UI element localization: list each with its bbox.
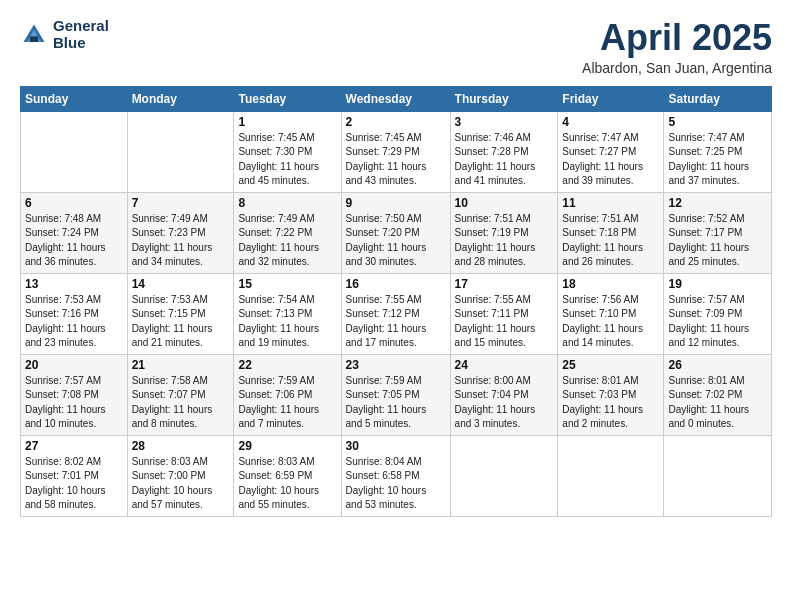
day-info: Sunrise: 7:49 AM Sunset: 7:23 PM Dayligh… — [132, 212, 230, 270]
calendar-cell: 23Sunrise: 7:59 AM Sunset: 7:05 PM Dayli… — [341, 354, 450, 435]
calendar-cell: 13Sunrise: 7:53 AM Sunset: 7:16 PM Dayli… — [21, 273, 128, 354]
location: Albardon, San Juan, Argentina — [582, 60, 772, 76]
day-info: Sunrise: 7:49 AM Sunset: 7:22 PM Dayligh… — [238, 212, 336, 270]
calendar: SundayMondayTuesdayWednesdayThursdayFrid… — [20, 86, 772, 517]
day-number: 21 — [132, 358, 230, 372]
calendar-header-monday: Monday — [127, 86, 234, 111]
day-info: Sunrise: 7:56 AM Sunset: 7:10 PM Dayligh… — [562, 293, 659, 351]
calendar-cell: 10Sunrise: 7:51 AM Sunset: 7:19 PM Dayli… — [450, 192, 558, 273]
day-number: 13 — [25, 277, 123, 291]
calendar-cell: 1Sunrise: 7:45 AM Sunset: 7:30 PM Daylig… — [234, 111, 341, 192]
day-number: 4 — [562, 115, 659, 129]
calendar-header-sunday: Sunday — [21, 86, 128, 111]
day-info: Sunrise: 7:51 AM Sunset: 7:19 PM Dayligh… — [455, 212, 554, 270]
day-info: Sunrise: 7:51 AM Sunset: 7:18 PM Dayligh… — [562, 212, 659, 270]
logo-text: General Blue — [53, 18, 109, 51]
calendar-cell: 17Sunrise: 7:55 AM Sunset: 7:11 PM Dayli… — [450, 273, 558, 354]
calendar-cell: 19Sunrise: 7:57 AM Sunset: 7:09 PM Dayli… — [664, 273, 772, 354]
day-number: 2 — [346, 115, 446, 129]
day-number: 23 — [346, 358, 446, 372]
day-number: 10 — [455, 196, 554, 210]
calendar-cell: 7Sunrise: 7:49 AM Sunset: 7:23 PM Daylig… — [127, 192, 234, 273]
header: General Blue April 2025 Albardon, San Ju… — [20, 18, 772, 76]
day-info: Sunrise: 7:45 AM Sunset: 7:29 PM Dayligh… — [346, 131, 446, 189]
calendar-header-thursday: Thursday — [450, 86, 558, 111]
day-info: Sunrise: 8:02 AM Sunset: 7:01 PM Dayligh… — [25, 455, 123, 513]
day-info: Sunrise: 7:47 AM Sunset: 7:27 PM Dayligh… — [562, 131, 659, 189]
calendar-cell: 9Sunrise: 7:50 AM Sunset: 7:20 PM Daylig… — [341, 192, 450, 273]
day-number: 29 — [238, 439, 336, 453]
calendar-cell: 27Sunrise: 8:02 AM Sunset: 7:01 PM Dayli… — [21, 435, 128, 516]
day-info: Sunrise: 7:48 AM Sunset: 7:24 PM Dayligh… — [25, 212, 123, 270]
calendar-cell: 30Sunrise: 8:04 AM Sunset: 6:58 PM Dayli… — [341, 435, 450, 516]
calendar-cell: 29Sunrise: 8:03 AM Sunset: 6:59 PM Dayli… — [234, 435, 341, 516]
day-info: Sunrise: 8:01 AM Sunset: 7:03 PM Dayligh… — [562, 374, 659, 432]
day-number: 15 — [238, 277, 336, 291]
day-info: Sunrise: 8:01 AM Sunset: 7:02 PM Dayligh… — [668, 374, 767, 432]
day-info: Sunrise: 7:57 AM Sunset: 7:09 PM Dayligh… — [668, 293, 767, 351]
calendar-cell: 4Sunrise: 7:47 AM Sunset: 7:27 PM Daylig… — [558, 111, 664, 192]
calendar-header-saturday: Saturday — [664, 86, 772, 111]
day-info: Sunrise: 7:47 AM Sunset: 7:25 PM Dayligh… — [668, 131, 767, 189]
day-info: Sunrise: 7:58 AM Sunset: 7:07 PM Dayligh… — [132, 374, 230, 432]
day-info: Sunrise: 8:03 AM Sunset: 7:00 PM Dayligh… — [132, 455, 230, 513]
day-info: Sunrise: 8:04 AM Sunset: 6:58 PM Dayligh… — [346, 455, 446, 513]
day-number: 22 — [238, 358, 336, 372]
calendar-cell — [450, 435, 558, 516]
calendar-cell: 14Sunrise: 7:53 AM Sunset: 7:15 PM Dayli… — [127, 273, 234, 354]
day-number: 27 — [25, 439, 123, 453]
calendar-cell — [664, 435, 772, 516]
day-number: 1 — [238, 115, 336, 129]
calendar-cell: 8Sunrise: 7:49 AM Sunset: 7:22 PM Daylig… — [234, 192, 341, 273]
calendar-cell: 20Sunrise: 7:57 AM Sunset: 7:08 PM Dayli… — [21, 354, 128, 435]
calendar-week-row: 13Sunrise: 7:53 AM Sunset: 7:16 PM Dayli… — [21, 273, 772, 354]
calendar-cell: 21Sunrise: 7:58 AM Sunset: 7:07 PM Dayli… — [127, 354, 234, 435]
calendar-week-row: 20Sunrise: 7:57 AM Sunset: 7:08 PM Dayli… — [21, 354, 772, 435]
calendar-cell: 11Sunrise: 7:51 AM Sunset: 7:18 PM Dayli… — [558, 192, 664, 273]
day-number: 11 — [562, 196, 659, 210]
calendar-cell: 6Sunrise: 7:48 AM Sunset: 7:24 PM Daylig… — [21, 192, 128, 273]
day-info: Sunrise: 8:00 AM Sunset: 7:04 PM Dayligh… — [455, 374, 554, 432]
calendar-header-row: SundayMondayTuesdayWednesdayThursdayFrid… — [21, 86, 772, 111]
day-number: 18 — [562, 277, 659, 291]
day-number: 25 — [562, 358, 659, 372]
calendar-header-wednesday: Wednesday — [341, 86, 450, 111]
day-number: 8 — [238, 196, 336, 210]
day-number: 26 — [668, 358, 767, 372]
day-number: 20 — [25, 358, 123, 372]
day-info: Sunrise: 7:53 AM Sunset: 7:15 PM Dayligh… — [132, 293, 230, 351]
day-number: 7 — [132, 196, 230, 210]
day-number: 19 — [668, 277, 767, 291]
day-info: Sunrise: 7:59 AM Sunset: 7:06 PM Dayligh… — [238, 374, 336, 432]
calendar-cell: 28Sunrise: 8:03 AM Sunset: 7:00 PM Dayli… — [127, 435, 234, 516]
day-number: 6 — [25, 196, 123, 210]
day-info: Sunrise: 7:53 AM Sunset: 7:16 PM Dayligh… — [25, 293, 123, 351]
calendar-week-row: 1Sunrise: 7:45 AM Sunset: 7:30 PM Daylig… — [21, 111, 772, 192]
calendar-cell: 18Sunrise: 7:56 AM Sunset: 7:10 PM Dayli… — [558, 273, 664, 354]
svg-rect-3 — [30, 36, 38, 42]
day-number: 14 — [132, 277, 230, 291]
day-info: Sunrise: 8:03 AM Sunset: 6:59 PM Dayligh… — [238, 455, 336, 513]
day-number: 3 — [455, 115, 554, 129]
calendar-week-row: 27Sunrise: 8:02 AM Sunset: 7:01 PM Dayli… — [21, 435, 772, 516]
calendar-cell — [127, 111, 234, 192]
title-block: April 2025 Albardon, San Juan, Argentina — [582, 18, 772, 76]
day-info: Sunrise: 7:55 AM Sunset: 7:11 PM Dayligh… — [455, 293, 554, 351]
calendar-cell: 16Sunrise: 7:55 AM Sunset: 7:12 PM Dayli… — [341, 273, 450, 354]
calendar-cell — [21, 111, 128, 192]
day-number: 24 — [455, 358, 554, 372]
calendar-cell: 3Sunrise: 7:46 AM Sunset: 7:28 PM Daylig… — [450, 111, 558, 192]
calendar-cell: 15Sunrise: 7:54 AM Sunset: 7:13 PM Dayli… — [234, 273, 341, 354]
day-number: 16 — [346, 277, 446, 291]
calendar-cell: 2Sunrise: 7:45 AM Sunset: 7:29 PM Daylig… — [341, 111, 450, 192]
logo: General Blue — [20, 18, 109, 51]
day-number: 9 — [346, 196, 446, 210]
day-info: Sunrise: 7:50 AM Sunset: 7:20 PM Dayligh… — [346, 212, 446, 270]
day-info: Sunrise: 7:57 AM Sunset: 7:08 PM Dayligh… — [25, 374, 123, 432]
calendar-week-row: 6Sunrise: 7:48 AM Sunset: 7:24 PM Daylig… — [21, 192, 772, 273]
calendar-header-tuesday: Tuesday — [234, 86, 341, 111]
day-info: Sunrise: 7:59 AM Sunset: 7:05 PM Dayligh… — [346, 374, 446, 432]
calendar-cell: 24Sunrise: 8:00 AM Sunset: 7:04 PM Dayli… — [450, 354, 558, 435]
day-number: 5 — [668, 115, 767, 129]
calendar-cell: 5Sunrise: 7:47 AM Sunset: 7:25 PM Daylig… — [664, 111, 772, 192]
